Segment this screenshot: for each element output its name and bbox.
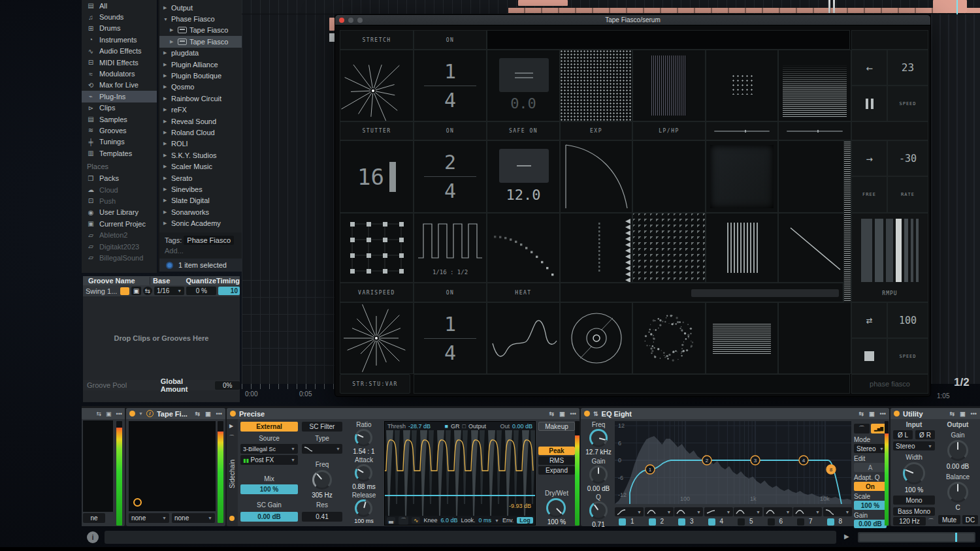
band-shape-select[interactable]: ▼: [704, 507, 733, 516]
heat-pad-graphic[interactable]: [706, 140, 778, 213]
filter-slider[interactable]: [778, 121, 851, 140]
browser-item-refx[interactable]: ▶reFX: [159, 104, 242, 116]
gr-checkbox[interactable]: ■: [445, 423, 448, 430]
band-activator[interactable]: [649, 518, 656, 526]
knee-display-icon[interactable]: ⌒: [399, 516, 408, 525]
diagonal-graphic[interactable]: [778, 213, 851, 283]
band-activator[interactable]: [827, 518, 834, 526]
compressor-display[interactable]: Thresh -28.7 dB ■ GR □ Output Out 0.00 d…: [384, 421, 536, 526]
stutter-on-button[interactable]: ON: [414, 121, 487, 140]
eq-q-knob[interactable]: [589, 501, 608, 520]
band-shape-select[interactable]: ▼: [674, 507, 703, 516]
exp-button[interactable]: EXP: [560, 121, 632, 140]
groove-row[interactable]: Swing 1... ▣ ⇆ 1/16▼ 0 % 10: [83, 285, 240, 296]
sidebar-item-digitakt2023[interactable]: ▱Digitakt2023: [82, 241, 157, 252]
headphones-icon[interactable]: ⌒: [229, 433, 235, 442]
sidebar-item-cloud[interactable]: ☁Cloud: [82, 184, 157, 195]
save-icon[interactable]: ▣: [960, 411, 966, 417]
commit-groove-icon[interactable]: [120, 287, 129, 295]
attack-knob[interactable]: [355, 464, 372, 482]
browser-item-serato[interactable]: ▶Serato: [159, 172, 242, 183]
pause-icon[interactable]: [851, 86, 887, 121]
browser-item-sonarworks[interactable]: ▶Sonarworks: [159, 206, 242, 217]
varispeed-on-button[interactable]: ON: [414, 283, 487, 302]
width-knob[interactable]: [903, 462, 925, 484]
stretch-fine-control[interactable]: 0.0: [487, 50, 560, 121]
varispeed-star-graphic[interactable]: [340, 302, 414, 374]
fold-icon[interactable]: ⇅: [593, 411, 598, 417]
source-select[interactable]: 3-Billegal Sc▼: [240, 444, 298, 454]
sidebar-item-user-library[interactable]: ◉User Library: [82, 207, 157, 218]
sidechain-activator[interactable]: [229, 516, 235, 521]
heat-button[interactable]: HEAT: [487, 283, 560, 302]
eq-out-gain-value[interactable]: 0.00 dB: [854, 520, 887, 528]
stretch-lines-graphic[interactable]: [632, 50, 706, 121]
eq-headphones-button[interactable]: ⌒: [854, 424, 870, 433]
sidebar-item-drums[interactable]: ⊞Drums: [82, 23, 157, 34]
band-activator[interactable]: [708, 518, 715, 526]
more-icon[interactable]: •••: [116, 411, 122, 417]
eq-gain-knob[interactable]: [589, 465, 608, 484]
phase-right-button[interactable]: Ø R: [915, 430, 935, 439]
out-value[interactable]: 0.00 dB: [512, 423, 532, 430]
sidebar-item-ableton2[interactable]: ▱Ableton2: [82, 229, 157, 240]
sidebar-item-samples[interactable]: ▤Samples: [82, 114, 157, 125]
makeup-button[interactable]: Makeup: [538, 422, 575, 431]
channel-mode-select[interactable]: Stereo▼: [893, 441, 935, 450]
exp-curve-graphic[interactable]: [560, 140, 632, 213]
band-activator[interactable]: [738, 518, 745, 526]
balance-knob[interactable]: [947, 482, 968, 503]
speed-back-arrow[interactable]: ←: [851, 50, 887, 86]
drywet-knob[interactable]: [546, 498, 566, 518]
utility-gain-knob[interactable]: [947, 440, 968, 461]
save-icon[interactable]: ▣: [559, 411, 565, 417]
hotswap-icon[interactable]: ⇆: [195, 411, 200, 417]
eq-freq-knob[interactable]: [589, 429, 608, 447]
band-shape-select[interactable]: ▼: [615, 507, 644, 516]
save-icon[interactable]: ▣: [869, 411, 875, 417]
device-partial[interactable]: ⇆ ▣ ••• ne: [82, 408, 125, 526]
scatter-ring-graphic[interactable]: [632, 302, 706, 374]
knee-value[interactable]: 6.0 dB: [441, 517, 458, 524]
rate-forward-arrow[interactable]: →: [851, 140, 887, 176]
release-value[interactable]: 100 ms: [345, 518, 383, 524]
freq-value[interactable]: 305 Hz: [302, 492, 342, 499]
browser-item-sonic-academy[interactable]: ▶Sonic Academy: [159, 217, 242, 228]
output-checkbox[interactable]: □: [462, 423, 465, 430]
bars-graphic[interactable]: [706, 213, 778, 283]
browser-item-plugin-boutique[interactable]: ▶Plugin Boutique: [159, 70, 242, 81]
browser-item-output[interactable]: ▶Output: [159, 2, 242, 13]
sidebar-item-billegalsound[interactable]: ▱BillegalSound: [82, 252, 157, 263]
plugin-titlebar[interactable]: Tape Fiasco/serum: [335, 15, 930, 25]
quantize-value[interactable]: 0 %: [186, 287, 216, 295]
xy-pad[interactable]: [129, 421, 216, 511]
rms-button[interactable]: RMS: [538, 456, 575, 465]
band-shape-select[interactable]: ▼: [793, 507, 822, 516]
sidebar-item-grooves[interactable]: ≋Grooves: [82, 125, 157, 136]
loop-marker[interactable]: [828, 0, 835, 13]
map-select[interactable]: none▼: [172, 513, 215, 523]
eq-curve-display[interactable]: 1260-6-121001k10k12348: [615, 421, 851, 504]
device-precise[interactable]: Precise ⇆ ▣ ••• ▶ ⌒ Sidechain External S…: [227, 408, 580, 526]
utility-gain-value[interactable]: 0.00 dB: [938, 463, 977, 470]
activity-display-icon[interactable]: ∿: [412, 517, 421, 524]
edit-channel-button[interactable]: A: [854, 463, 887, 472]
more-icon[interactable]: •••: [971, 411, 977, 417]
preview-icon[interactable]: [166, 262, 173, 269]
expand-button[interactable]: Expand: [538, 466, 575, 475]
freq-knob[interactable]: [312, 470, 332, 490]
map-select[interactable]: none▼: [129, 513, 169, 523]
rmpu-meter[interactable]: RMPU: [851, 213, 928, 302]
filter-type-select[interactable]: ▼: [302, 444, 342, 454]
stutter-amount-control[interactable]: 12.0: [487, 140, 560, 213]
sidebar-item-plug-ins[interactable]: ⌁Plug-Ins: [82, 91, 157, 102]
bass-mono-button[interactable]: Bass Mono: [893, 507, 935, 516]
save-icon[interactable]: ▣: [106, 411, 112, 417]
band-shape-select[interactable]: ▼: [734, 507, 762, 516]
stretch-matrix-graphic[interactable]: [560, 50, 632, 121]
stretch-star-graphic[interactable]: [340, 50, 414, 121]
sc-filter-button[interactable]: SC Filter: [302, 422, 342, 432]
width-value[interactable]: 100 %: [893, 486, 935, 494]
sidebar-item-midi-effects[interactable]: ⊟MIDI Effects: [82, 57, 157, 68]
eq-gain-value[interactable]: 0.00 dB: [581, 485, 616, 492]
